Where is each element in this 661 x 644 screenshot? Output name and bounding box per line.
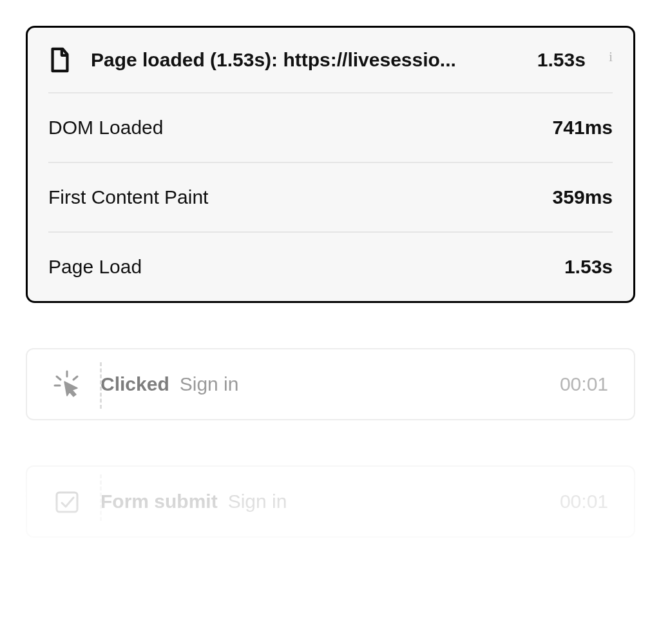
clicked-event-card[interactable]: Clicked Sign in 00:01 — [26, 348, 635, 420]
metric-value: 359ms — [553, 186, 613, 208]
page-icon — [48, 47, 72, 73]
info-icon[interactable]: i — [609, 50, 613, 64]
click-icon — [53, 370, 81, 398]
event-time: 00:01 — [560, 373, 608, 395]
event-action: Form submit — [101, 491, 218, 512]
metric-row-page-load: Page Load 1.53s — [48, 231, 613, 301]
metric-label: DOM Loaded — [48, 117, 163, 139]
page-loaded-duration: 1.53s — [537, 49, 586, 71]
session-timeline-viewport: Page loaded (1.53s): https://livesessio.… — [0, 0, 661, 644]
svg-rect-4 — [57, 493, 77, 512]
metric-row-dom-loaded: DOM Loaded 741ms — [48, 92, 613, 162]
event-action: Clicked — [101, 373, 169, 395]
page-loaded-title: Page loaded (1.53s): https://livesessio.… — [91, 49, 518, 71]
event-target: Sign in — [228, 491, 287, 512]
svg-line-2 — [73, 376, 77, 380]
metric-value: 741ms — [553, 117, 613, 139]
event-target: Sign in — [180, 373, 239, 395]
event-text: Clicked Sign in — [101, 373, 541, 395]
page-loaded-header: Page loaded (1.53s): https://livesessio.… — [48, 28, 613, 92]
metric-label: Page Load — [48, 256, 142, 278]
event-time: 00:01 — [560, 491, 608, 512]
form-submit-icon — [53, 487, 81, 516]
svg-line-1 — [57, 376, 61, 380]
page-loaded-event-card[interactable]: Page loaded (1.53s): https://livesessio.… — [26, 26, 635, 303]
timeline-connector — [100, 362, 102, 409]
event-text: Form submit Sign in — [101, 491, 541, 512]
metric-row-fcp: First Content Paint 359ms — [48, 162, 613, 231]
form-submit-event-card[interactable]: Form submit Sign in 00:01 — [26, 465, 635, 538]
metric-label: First Content Paint — [48, 186, 208, 208]
metric-value: 1.53s — [564, 256, 613, 278]
